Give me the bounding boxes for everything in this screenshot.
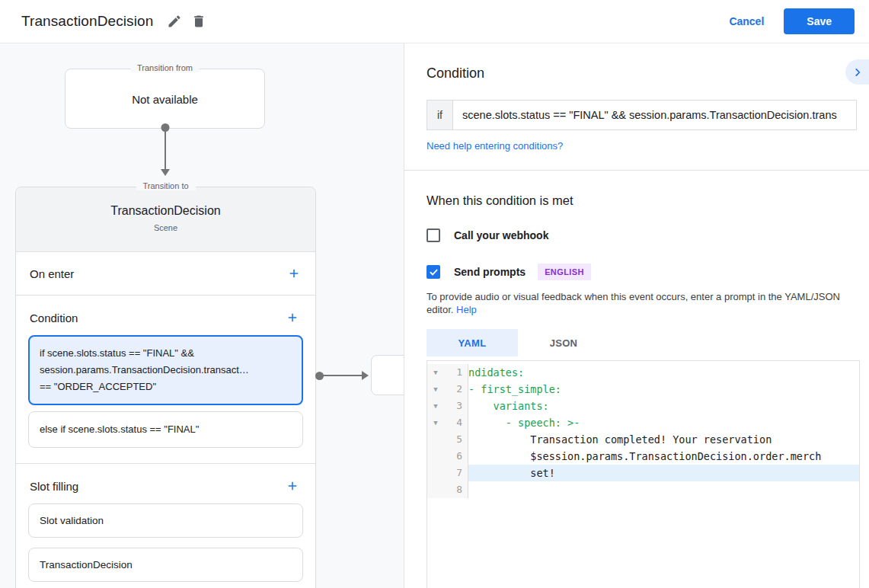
transition-from-legend: Transition from xyxy=(130,63,200,72)
top-bar: TransactionDecision Cancel Save xyxy=(0,0,869,43)
editor-tabs: YAML JSON xyxy=(427,329,857,356)
chevron-down-icon[interactable]: ▼ xyxy=(427,381,444,398)
save-button[interactable]: Save xyxy=(784,8,855,34)
pencil-icon xyxy=(167,14,182,29)
chevron-down-icon[interactable]: ▼ xyxy=(427,414,444,431)
cancel-button[interactable]: Cancel xyxy=(720,9,773,34)
webhook-checkbox[interactable] xyxy=(427,228,440,242)
plus-icon xyxy=(287,267,301,280)
condition-help-link[interactable]: Need help entering conditions? xyxy=(427,140,563,152)
line-number: 3 xyxy=(444,398,468,414)
condition-expression-row: if xyxy=(427,100,857,130)
line-number: 8 xyxy=(444,481,468,498)
code-text: variants: xyxy=(468,398,859,414)
on-enter-section: On enter xyxy=(16,252,315,296)
chevron-down-icon[interactable]: ▼ xyxy=(427,398,444,414)
checkmark-icon xyxy=(429,267,439,277)
line-number: 1 xyxy=(444,364,468,381)
slot-card-validation[interactable]: Slot validation xyxy=(28,503,303,538)
condition-section-label: Condition xyxy=(30,312,282,324)
delete-scene-button[interactable] xyxy=(187,9,211,34)
slot-filling-section: Slot filling Slot validation Transaction… xyxy=(16,464,315,588)
line-number: 7 xyxy=(444,465,468,481)
language-badge: ENGLISH xyxy=(538,264,591,280)
condition-section: Condition if scene.slots.status == "FINA… xyxy=(16,296,315,464)
condition-card-selected[interactable]: if scene.slots.status == "FINAL" && sess… xyxy=(28,335,303,405)
connector-line xyxy=(165,128,166,171)
code-text: ndidates: xyxy=(468,364,859,381)
plus-icon xyxy=(286,479,299,493)
code-text: - speech: >- xyxy=(468,414,859,431)
condition-detail-panel: Condition if Need help entering conditio… xyxy=(404,43,869,588)
webhook-option-row: Call your webhook xyxy=(427,228,857,242)
code-line: ▼3 variants: xyxy=(427,398,859,414)
prompt-description: To provide audio or visual feedback when… xyxy=(427,290,857,316)
transition-from-value: Not available xyxy=(65,92,264,105)
transition-to-card: Transition to TransactionDecision Scene … xyxy=(15,187,316,588)
chevron-down-icon[interactable]: ▼ xyxy=(427,364,444,381)
transition-from-box: Transition from Not available xyxy=(65,69,265,129)
code-text: set! xyxy=(468,465,859,481)
plus-icon xyxy=(286,311,299,324)
code-line: 6 $session.params.TransactionDecision.or… xyxy=(427,448,859,465)
code-line: ▼4 - speech: >- xyxy=(427,414,859,431)
line-number: 2 xyxy=(444,381,468,398)
tab-yaml[interactable]: YAML xyxy=(427,329,518,356)
connector-line xyxy=(319,375,363,376)
code-text: - first_simple: xyxy=(468,381,859,398)
help-link[interactable]: Help xyxy=(456,304,477,315)
code-line: 5 Transaction completed! Your reservatio… xyxy=(427,431,859,448)
arrow-down-icon xyxy=(161,169,170,176)
scene-type-label: Scene xyxy=(16,223,315,232)
on-enter-label: On enter xyxy=(30,267,283,280)
code-line: ▼1 ndidates: xyxy=(427,364,859,381)
line-number: 6 xyxy=(444,448,468,465)
slot-card-transaction-decision[interactable]: TransactionDecision xyxy=(28,548,303,582)
code-text: $session.params.TransactionDecision.orde… xyxy=(468,448,859,465)
section-divider xyxy=(404,170,869,171)
tab-json[interactable]: JSON xyxy=(518,329,609,356)
code-line-active: 7 set! xyxy=(427,465,859,481)
slot-filling-label: Slot filling xyxy=(30,480,282,493)
send-prompts-checkbox[interactable] xyxy=(427,265,440,279)
panel-title: Condition xyxy=(427,66,857,81)
condition-expression-input[interactable] xyxy=(452,100,857,130)
scene-flow-panel: Transition from Not available Transition… xyxy=(0,43,404,588)
transition-to-legend: Transition to xyxy=(136,181,195,190)
trash-icon xyxy=(191,14,206,29)
add-condition-button[interactable] xyxy=(282,307,303,328)
collapse-panel-button[interactable] xyxy=(845,59,869,85)
line-number: 4 xyxy=(444,414,468,431)
add-on-enter-button[interactable] xyxy=(283,263,305,284)
page-title: TransactionDecision xyxy=(21,13,153,30)
code-text: Transaction completed! Your reservation xyxy=(468,431,859,448)
send-prompts-option-row: Send prompts ENGLISH xyxy=(427,264,857,280)
code-line: 8 xyxy=(427,481,859,498)
add-slot-button[interactable] xyxy=(282,475,303,497)
if-prefix-label: if xyxy=(427,100,452,130)
edit-scene-button[interactable] xyxy=(162,9,187,34)
yaml-code-editor[interactable]: ▼1 ndidates: ▼2 - first_simple: ▼3 varia… xyxy=(427,360,860,588)
code-line: ▼2 - first_simple: xyxy=(427,381,859,398)
transition-target-box xyxy=(371,355,404,395)
scene-card-header: TransactionDecision Scene xyxy=(16,187,315,252)
condition-met-title: When this condition is met xyxy=(427,193,857,208)
line-number: 5 xyxy=(444,431,468,448)
arrow-right-icon xyxy=(362,371,369,380)
prompt-description-text: To provide audio or visual feedback when… xyxy=(427,291,840,315)
send-prompts-label: Send prompts xyxy=(454,266,526,278)
code-text xyxy=(468,481,859,498)
webhook-label: Call your webhook xyxy=(454,229,548,241)
condition-card[interactable]: else if scene.slots.status == "FINAL" xyxy=(28,411,303,448)
chevron-right-icon xyxy=(852,67,863,78)
scene-name: TransactionDecision xyxy=(16,204,315,218)
